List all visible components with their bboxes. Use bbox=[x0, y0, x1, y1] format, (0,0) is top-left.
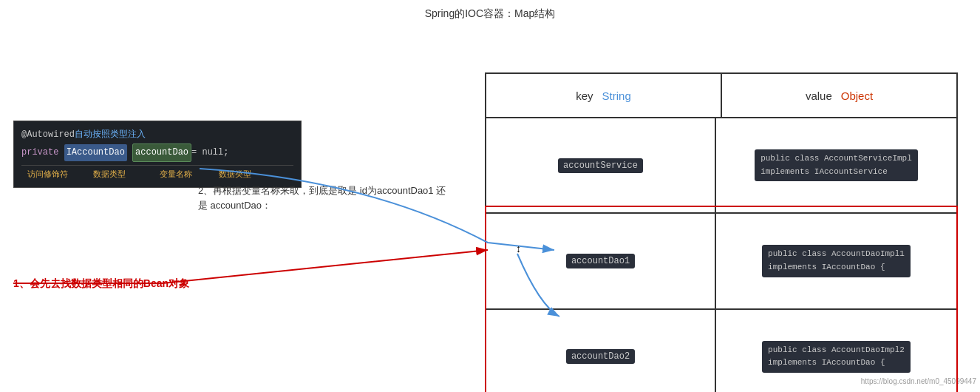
key-label: key bbox=[576, 89, 593, 102]
page-title: Spring的IOC容器：Map结构 bbox=[0, 0, 980, 24]
header-value-cell: value Object bbox=[722, 74, 956, 117]
map-rows: accountService public class AccountServi… bbox=[486, 118, 956, 392]
autowired-annotation: @Autowired bbox=[21, 127, 75, 142]
header-key-cell: key String bbox=[486, 74, 722, 117]
map-table: key String value Object accountService p… bbox=[485, 72, 958, 392]
label-varname: 变量名称 bbox=[154, 168, 198, 182]
label-datatype2: 数据类型 bbox=[213, 168, 257, 182]
annotation-2: 2、再根据变量名称来取，到底是取是 id为accountDao1 还是 acco… bbox=[198, 183, 449, 212]
content-area: @Autowired 自动按照类型注入 private IAccountDao … bbox=[0, 24, 980, 387]
account-service-key: accountService bbox=[558, 158, 643, 173]
value-type: Object bbox=[841, 89, 873, 102]
row2-value: public class AccountDaoImpl1implements I… bbox=[716, 214, 956, 308]
row1-key: accountService bbox=[486, 118, 716, 212]
row1-value: public class AccountServiceImplimplement… bbox=[716, 118, 956, 212]
class-type: IAccountDao bbox=[64, 144, 127, 160]
row3-key: accountDao2 bbox=[486, 310, 716, 392]
table-row: accountService public class AccountServi… bbox=[486, 118, 956, 214]
code-block: @Autowired 自动按照类型注入 private IAccountDao … bbox=[13, 121, 302, 188]
annotation-text-autowired: 自动按照类型注入 bbox=[75, 127, 146, 142]
annotation-1: 1、会先去找数据类型相同的Bean对象 bbox=[13, 276, 189, 291]
label-access: 访问修饰符 bbox=[21, 168, 74, 182]
keyword-private: private bbox=[21, 145, 58, 160]
map-header: key String value Object bbox=[486, 74, 956, 118]
watermark: https://blog.csdn.net/m0_45099447 bbox=[861, 377, 976, 385]
table-row: accountDao1 public class AccountDaoImpl1… bbox=[486, 214, 956, 309]
key-type: String bbox=[602, 89, 631, 102]
account-dao2-key: accountDao2 bbox=[566, 349, 635, 364]
label-datatype: 数据类型 bbox=[87, 168, 132, 182]
account-dao2-value: public class AccountDaoImpl2implements I… bbox=[762, 341, 911, 373]
row2-key: accountDao1 bbox=[486, 214, 716, 308]
value-label: value bbox=[806, 89, 832, 102]
account-dao1-value: public class AccountDaoImpl1implements I… bbox=[762, 245, 911, 277]
var-name: accountDao bbox=[132, 143, 191, 161]
account-dao1-key: accountDao1 bbox=[566, 254, 635, 268]
code-suffix: = null; bbox=[191, 145, 228, 160]
account-service-value: public class AccountServiceImplimplement… bbox=[755, 149, 918, 181]
